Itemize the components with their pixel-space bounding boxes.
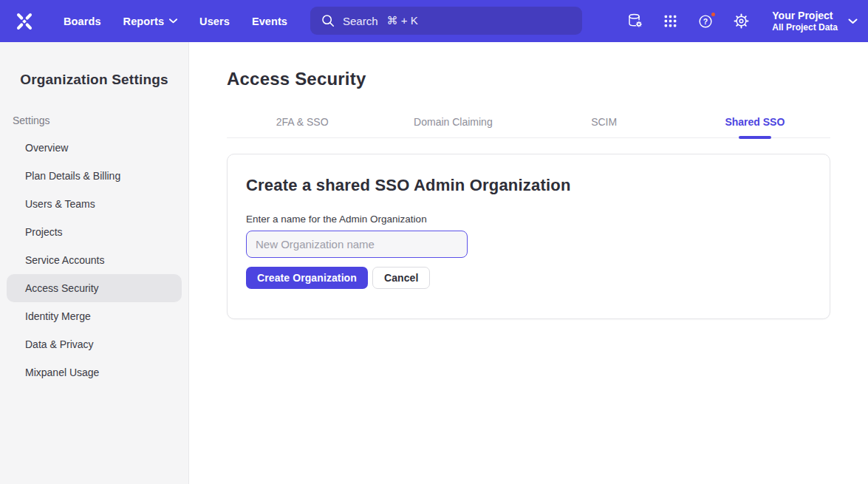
card-title: Create a shared SSO Admin Organization bbox=[246, 176, 811, 195]
shared-sso-card: Create a shared SSO Admin Organization E… bbox=[227, 154, 830, 319]
org-name-input[interactable] bbox=[246, 231, 468, 258]
org-name-label: Enter a name for the Admin Organization bbox=[246, 214, 811, 225]
chevron-down-icon bbox=[169, 18, 177, 24]
notification-dot bbox=[710, 11, 717, 18]
sidebar-item-users-teams[interactable]: Users & Teams bbox=[7, 190, 182, 218]
main-nav: Boards Reports Users Events bbox=[64, 16, 287, 27]
sidebar-item-mixpanel-usage[interactable]: Mixpanel Usage bbox=[7, 358, 182, 386]
main-content: Access Security 2FA & SSO Domain Claimin… bbox=[189, 42, 868, 484]
top-navbar: Boards Reports Users Events Search ⌘ + K bbox=[0, 0, 868, 42]
project-name: Your Project bbox=[772, 9, 838, 22]
nav-item-label: Boards bbox=[64, 16, 101, 27]
sidebar-title: Organization Settings bbox=[0, 72, 188, 88]
settings-gear-icon[interactable] bbox=[732, 13, 750, 30]
cancel-button[interactable]: Cancel bbox=[372, 267, 431, 289]
search-shortcut-hint: ⌘ + K bbox=[387, 14, 418, 27]
tab-scim[interactable]: SCIM bbox=[529, 110, 680, 137]
nav-item-events[interactable]: Events bbox=[252, 16, 287, 27]
create-organization-button[interactable]: Create Organization bbox=[246, 267, 368, 289]
sidebar-item-plan-details-billing[interactable]: Plan Details & Billing bbox=[7, 162, 182, 190]
nav-item-boards[interactable]: Boards bbox=[64, 16, 101, 27]
project-subtitle: All Project Data bbox=[772, 22, 838, 33]
data-management-icon[interactable] bbox=[626, 13, 643, 30]
help-icon[interactable]: ? bbox=[697, 13, 714, 30]
tab-shared-sso[interactable]: Shared SSO bbox=[680, 110, 830, 137]
nav-item-users[interactable]: Users bbox=[199, 16, 230, 27]
search-icon bbox=[321, 13, 335, 28]
mixpanel-logo[interactable] bbox=[12, 9, 37, 34]
page-title: Access Security bbox=[227, 69, 830, 89]
navbar-right-group: ? Your Projec bbox=[626, 0, 858, 42]
tab-domain-claiming[interactable]: Domain Claiming bbox=[377, 110, 528, 137]
project-switcher[interactable]: Your Project All Project Data bbox=[772, 9, 858, 33]
svg-text:?: ? bbox=[703, 17, 708, 26]
card-button-row: Create Organization Cancel bbox=[246, 267, 811, 289]
chevron-down-icon bbox=[848, 18, 858, 24]
org-settings-sidebar: Organization Settings Settings Overview … bbox=[0, 42, 189, 484]
tab-2fa-sso[interactable]: 2FA & SSO bbox=[227, 110, 377, 137]
access-security-tabs: 2FA & SSO Domain Claiming SCIM Shared SS… bbox=[227, 110, 830, 138]
global-search-input[interactable]: Search ⌘ + K bbox=[310, 7, 582, 35]
search-placeholder: Search bbox=[343, 15, 378, 27]
nav-item-label: Reports bbox=[123, 16, 165, 27]
sidebar-item-overview[interactable]: Overview bbox=[7, 134, 182, 162]
project-meta: Your Project All Project Data bbox=[772, 9, 838, 33]
nav-item-label: Events bbox=[252, 16, 287, 27]
sidebar-item-data-privacy[interactable]: Data & Privacy bbox=[7, 330, 182, 358]
apps-grid-icon[interactable] bbox=[661, 13, 679, 30]
sidebar-nav: Overview Plan Details & Billing Users & … bbox=[0, 134, 188, 386]
sidebar-item-access-security[interactable]: Access Security bbox=[7, 274, 182, 302]
sidebar-item-identity-merge[interactable]: Identity Merge bbox=[7, 302, 182, 330]
sidebar-section-label: Settings bbox=[13, 115, 188, 126]
nav-item-reports[interactable]: Reports bbox=[123, 16, 178, 27]
sidebar-item-projects[interactable]: Projects bbox=[7, 218, 182, 246]
nav-item-label: Users bbox=[199, 16, 230, 27]
sidebar-item-service-accounts[interactable]: Service Accounts bbox=[7, 246, 182, 274]
